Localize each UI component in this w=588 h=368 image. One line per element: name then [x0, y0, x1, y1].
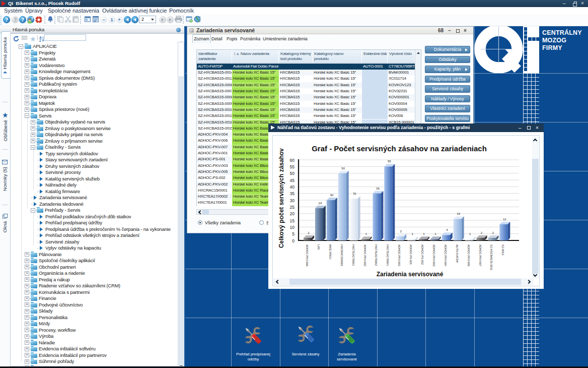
svg-text:4: 4: [446, 228, 448, 231]
svg-text:1: 1: [365, 232, 368, 235]
svg-text:30: 30: [330, 194, 333, 197]
svg-text:?: ?: [21, 17, 24, 23]
svg-text:3: 3: [400, 230, 402, 233]
svg-text:?: ?: [5, 17, 8, 23]
svg-text:50: 50: [341, 167, 345, 170]
svg-text:?: ?: [13, 17, 16, 23]
svg-text:16: 16: [457, 212, 460, 215]
svg-text:+: +: [118, 17, 120, 22]
svg-text:1: 1: [423, 232, 425, 235]
svg-text:?: ?: [31, 16, 33, 21]
svg-text:1: 1: [110, 17, 113, 22]
svg-text:1: 1: [469, 232, 471, 235]
svg-text:55: 55: [388, 160, 391, 163]
svg-text:–: –: [102, 17, 105, 22]
svg-text:35: 35: [376, 187, 380, 190]
svg-text:1: 1: [411, 232, 413, 235]
svg-text:1: 1: [434, 232, 436, 235]
svg-text:24: 24: [319, 202, 322, 205]
svg-text:12: 12: [503, 218, 506, 221]
svg-text:31: 31: [353, 192, 356, 195]
